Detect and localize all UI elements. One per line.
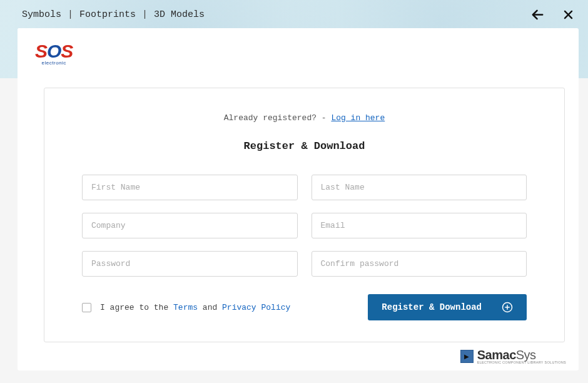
sos-logo-text: SOS <box>35 41 73 62</box>
sos-logo[interactable]: SOS electronic <box>18 28 149 78</box>
login-prompt: Already registered? - Log in here <box>44 113 564 123</box>
samacsys-icon <box>460 350 474 363</box>
breadcrumb: Symbols | Footprints | 3D Models <box>22 9 205 20</box>
company-field[interactable] <box>82 213 298 238</box>
back-button[interactable] <box>530 8 545 22</box>
password-field[interactable] <box>82 251 298 277</box>
breadcrumb-separator: | <box>142 9 148 20</box>
sos-logo-tagline: electronic <box>42 60 66 66</box>
arrow-left-icon <box>530 8 545 22</box>
register-form-card: Already registered? - Log in here Regist… <box>44 88 565 342</box>
register-button-label: Register & Download <box>382 302 482 312</box>
last-name-field[interactable] <box>312 175 527 200</box>
main-panel: SOS electronic Already registered? - Log… <box>18 28 579 370</box>
register-download-button[interactable]: Register & Download <box>368 294 527 320</box>
close-button[interactable] <box>562 9 574 21</box>
close-icon <box>562 9 574 21</box>
terms-link[interactable]: Terms <box>173 303 198 312</box>
confirm-password-field[interactable] <box>312 251 527 277</box>
breadcrumb-separator: | <box>68 9 73 20</box>
breadcrumb-symbols[interactable]: Symbols <box>22 9 61 20</box>
samacsys-tagline: ELECTRONIC COMPONENT LIBRARY SOLUTIONS <box>477 361 566 365</box>
samacsys-logo[interactable]: SamacSys ELECTRONIC COMPONENT LIBRARY SO… <box>460 349 566 365</box>
breadcrumb-3d-models[interactable]: 3D Models <box>154 9 205 20</box>
terms-checkbox[interactable] <box>82 303 91 312</box>
plus-circle-icon <box>502 302 513 313</box>
samacsys-brand: SamacSys <box>477 349 566 361</box>
terms-agreement[interactable]: I agree to the Terms and Privacy Policy <box>82 303 290 312</box>
first-name-field[interactable] <box>82 175 298 200</box>
email-field[interactable] <box>312 213 527 238</box>
privacy-policy-link[interactable]: Privacy Policy <box>222 303 290 312</box>
form-title: Register & Download <box>44 140 564 152</box>
breadcrumb-footprints[interactable]: Footprints <box>79 9 136 20</box>
terms-text: I agree to the Terms and Privacy Policy <box>100 303 290 312</box>
login-link[interactable]: Log in here <box>331 113 385 123</box>
